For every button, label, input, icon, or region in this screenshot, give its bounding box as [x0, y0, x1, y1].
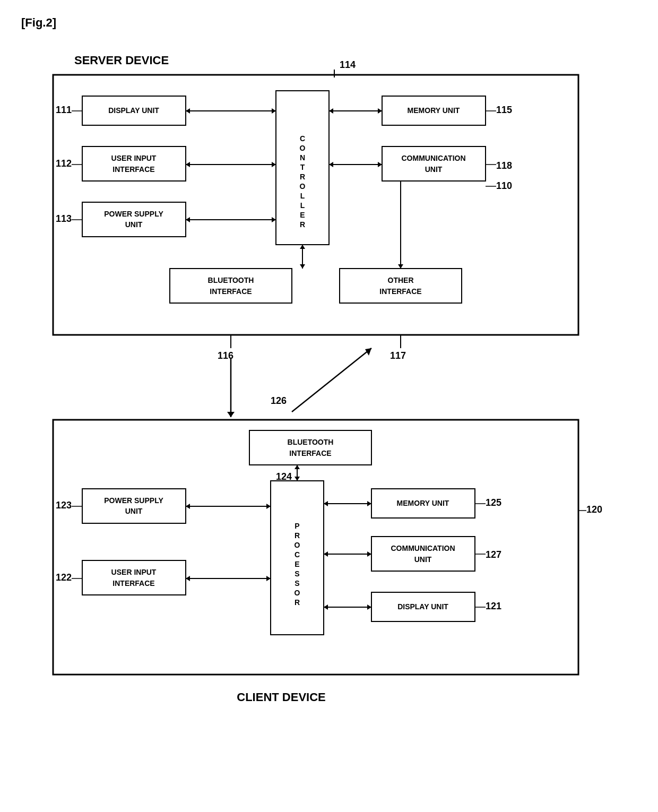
client-power-supply-label2: UNIT: [125, 507, 143, 515]
svg-marker-18: [186, 108, 190, 114]
server-power-supply-label1: POWER SUPPLY: [104, 210, 163, 218]
client-display-unit-label: DISPLAY UNIT: [397, 602, 448, 611]
ref-113: 113: [56, 213, 72, 224]
svg-text:E: E: [295, 560, 299, 568]
client-power-supply-label1: POWER SUPPLY: [104, 496, 163, 505]
ref-123: 123: [56, 500, 72, 511]
ref-111: 111: [56, 105, 72, 115]
svg-marker-72: [367, 604, 371, 610]
server-bluetooth-label2: INTERFACE: [210, 287, 252, 296]
server-comm-label2: UNIT: [425, 165, 443, 174]
server-user-input-label1: USER INPUT: [111, 154, 157, 162]
svg-text:L: L: [300, 192, 305, 200]
client-bluetooth-box: [249, 430, 371, 465]
server-bluetooth-box: [170, 269, 292, 303]
svg-marker-63: [266, 576, 271, 581]
svg-marker-24: [186, 217, 190, 222]
ref-110: 110: [496, 180, 512, 191]
svg-marker-39: [227, 412, 235, 417]
ref-126: 126: [271, 395, 287, 406]
svg-marker-20: [272, 162, 276, 167]
svg-marker-29: [378, 162, 382, 167]
fig-label: [Fig.2]: [21, 16, 637, 30]
svg-text:O: O: [295, 589, 300, 597]
client-user-input-label2: INTERFACE: [112, 579, 154, 588]
svg-text:R: R: [300, 220, 305, 229]
ref-127: 127: [486, 549, 501, 560]
svg-text:R: R: [295, 598, 300, 607]
svg-marker-27: [329, 108, 333, 114]
client-comm-label1: COMMUNICATION: [391, 544, 455, 552]
diagram-svg: SERVER DEVICE 114 C O N T R O L L E R DI…: [21, 35, 637, 812]
svg-text:O: O: [300, 182, 306, 191]
svg-marker-58: [295, 465, 300, 469]
svg-marker-33: [300, 245, 305, 249]
svg-text:S: S: [295, 579, 299, 588]
svg-marker-69: [367, 551, 371, 557]
client-bluetooth-label2: INTERFACE: [289, 449, 331, 457]
client-user-input-box: [82, 560, 186, 595]
ref-117: 117: [390, 350, 406, 361]
svg-marker-60: [266, 504, 271, 509]
server-comm-label1: COMMUNICATION: [401, 154, 465, 162]
server-other-label2: INTERFACE: [379, 287, 421, 296]
ref-112: 112: [56, 158, 72, 169]
server-other-label1: OTHER: [388, 276, 414, 284]
svg-marker-30: [329, 162, 333, 167]
client-memory-unit-label: MEMORY UNIT: [397, 499, 449, 507]
server-display-unit-label: DISPLAY UNIT: [108, 106, 159, 115]
svg-marker-17: [272, 108, 276, 114]
client-processor-label: P: [295, 522, 299, 530]
client-comm-label2: UNIT: [414, 555, 432, 564]
ref-120: 120: [586, 504, 602, 515]
svg-line-40: [292, 348, 371, 412]
svg-text:R: R: [295, 531, 300, 540]
svg-text:N: N: [300, 153, 305, 162]
ref-122: 122: [56, 572, 72, 583]
svg-marker-57: [295, 477, 300, 481]
svg-marker-61: [186, 504, 190, 509]
server-comm-unit-box: [382, 146, 486, 181]
svg-marker-35: [398, 264, 403, 269]
svg-marker-73: [324, 604, 328, 610]
svg-text:T: T: [300, 163, 305, 171]
svg-text:R: R: [300, 172, 305, 181]
svg-text:O: O: [300, 144, 306, 152]
svg-marker-21: [186, 162, 190, 167]
client-outer-box: [53, 420, 578, 675]
svg-marker-26: [378, 108, 382, 114]
svg-marker-66: [367, 501, 371, 506]
server-device-label: SERVER DEVICE: [74, 54, 169, 67]
ref-115: 115: [496, 105, 512, 115]
page: [Fig.2] SERVER DEVICE 114 C O N T R O L …: [0, 0, 658, 812]
svg-marker-70: [324, 551, 328, 557]
client-user-input-label1: USER INPUT: [111, 568, 157, 576]
svg-text:S: S: [295, 569, 299, 578]
server-power-supply-box: [82, 202, 186, 237]
server-user-input-label2: INTERFACE: [112, 165, 154, 174]
svg-marker-64: [186, 576, 190, 581]
ref-114: 114: [340, 59, 356, 70]
ref-124: 124: [276, 471, 292, 482]
server-power-supply-label2: UNIT: [125, 220, 143, 229]
server-controller-label: C: [300, 134, 305, 143]
svg-marker-23: [272, 217, 276, 222]
ref-125: 125: [486, 497, 501, 508]
client-comm-unit-box: [371, 537, 475, 571]
svg-text:L: L: [300, 201, 305, 210]
client-bluetooth-label1: BLUETOOTH: [288, 438, 334, 446]
svg-text:C: C: [295, 550, 300, 559]
svg-marker-32: [300, 264, 305, 269]
server-memory-unit-label: MEMORY UNIT: [408, 106, 460, 115]
client-device-label: CLIENT DEVICE: [237, 690, 325, 704]
svg-marker-67: [324, 501, 328, 506]
ref-118: 118: [496, 160, 512, 171]
server-user-input-box: [82, 146, 186, 181]
svg-text:E: E: [300, 211, 305, 219]
server-other-box: [340, 269, 462, 303]
server-bluetooth-label1: BLUETOOTH: [208, 276, 254, 284]
ref-121: 121: [486, 601, 501, 611]
svg-text:O: O: [295, 541, 300, 549]
client-power-supply-box: [82, 489, 186, 523]
